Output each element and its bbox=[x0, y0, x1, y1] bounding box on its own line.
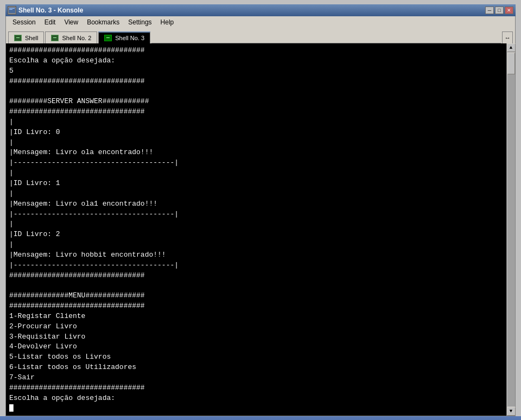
tab-shell-label: Shell bbox=[25, 35, 38, 41]
menu-bookmarks[interactable]: Bookmarks bbox=[82, 17, 124, 27]
menu-view[interactable]: View bbox=[60, 17, 82, 27]
menu-settings[interactable]: Settings bbox=[124, 17, 156, 27]
minimize-button[interactable]: ─ bbox=[485, 7, 494, 14]
scroll-down-button[interactable]: ▼ bbox=[507, 407, 516, 416]
title-bar: Shell No. 3 - Konsole ─ □ ✕ bbox=[5, 4, 516, 16]
terminal-container: ################################ Escolha… bbox=[5, 43, 516, 416]
maximize-button[interactable]: □ bbox=[495, 7, 504, 14]
menu-session[interactable]: Session bbox=[8, 17, 40, 27]
tab-shell-3-icon bbox=[104, 35, 112, 41]
svg-rect-2 bbox=[9, 9, 12, 10]
tab-shell-3[interactable]: Shell No. 3 bbox=[98, 31, 150, 43]
svg-rect-1 bbox=[9, 8, 15, 9]
tab-shell-icon bbox=[14, 35, 22, 41]
scroll-thumb[interactable] bbox=[507, 53, 515, 74]
tab-shell-2[interactable]: Shell No. 2 bbox=[45, 31, 97, 43]
terminal-output[interactable]: ################################ Escolha… bbox=[6, 43, 506, 416]
app-icon bbox=[8, 6, 16, 15]
title-bar-left: Shell No. 3 - Konsole bbox=[8, 6, 83, 15]
title-bar-buttons: ─ □ ✕ bbox=[485, 7, 513, 14]
menu-help[interactable]: Help bbox=[156, 17, 179, 27]
scroll-track[interactable] bbox=[507, 53, 515, 406]
menu-bar: Session Edit View Bookmarks Settings Hel… bbox=[5, 16, 516, 28]
tab-shell-2-label: Shell No. 2 bbox=[62, 35, 91, 41]
scroll-up-button[interactable]: ▲ bbox=[507, 43, 516, 52]
tab-shell-3-label: Shell No. 3 bbox=[115, 35, 144, 41]
tab-shell-2-icon bbox=[51, 35, 59, 41]
scrollbar[interactable]: ▲ ▼ bbox=[506, 43, 515, 416]
window-wrapper: Shell No. 3 - Konsole ─ □ ✕ Session Edit… bbox=[0, 0, 521, 420]
tab-bar: Shell Shell No. 2 Shell No. 3 ↔ bbox=[5, 28, 516, 43]
tab-scroll-btn[interactable]: ↔ bbox=[502, 31, 513, 43]
close-button[interactable]: ✕ bbox=[505, 7, 513, 14]
tab-shell[interactable]: Shell bbox=[8, 31, 44, 43]
window-title: Shell No. 3 - Konsole bbox=[18, 7, 83, 14]
menu-edit[interactable]: Edit bbox=[40, 17, 60, 27]
taskbar: K >_ bbox=[0, 416, 521, 420]
